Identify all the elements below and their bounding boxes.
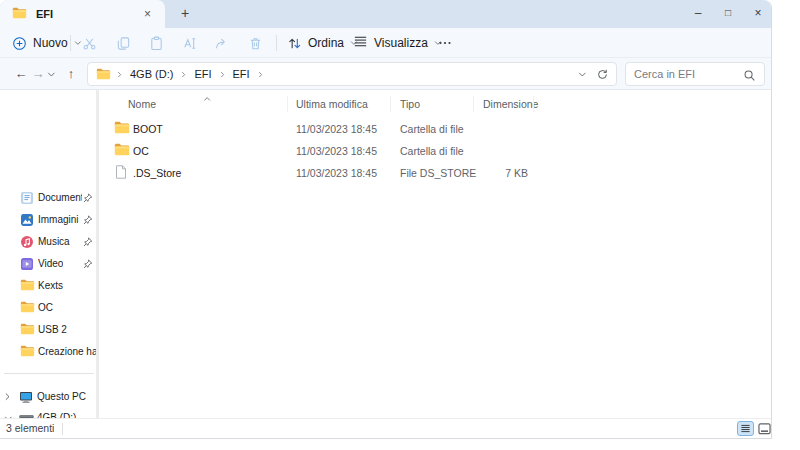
sidebar-item-drive-d[interactable]: 4GB (D:) bbox=[0, 408, 96, 418]
sidebar-item-label: USB 2 bbox=[38, 320, 67, 340]
view-button-label: Visualizza bbox=[374, 36, 428, 50]
search-icon bbox=[743, 68, 756, 86]
copy-button[interactable] bbox=[108, 28, 138, 58]
sort-ascending-icon bbox=[201, 95, 213, 103]
file-modified: 11/03/2023 18:45 bbox=[296, 140, 377, 162]
sidebar-item-creazione-hackintosh[interactable]: Creazione hacki bbox=[0, 342, 96, 362]
breadcrumb-chevron-icon bbox=[257, 70, 264, 79]
refresh-icon[interactable] bbox=[596, 68, 609, 81]
share-button[interactable] bbox=[206, 28, 236, 58]
folder-icon bbox=[20, 279, 35, 291]
sidebar-item-label: OC bbox=[38, 298, 53, 318]
more-options-button[interactable] bbox=[430, 28, 460, 58]
sidebar-item-label: Kexts bbox=[38, 276, 63, 296]
command-bar: Nuovo Ordina Visualizza bbox=[0, 28, 771, 58]
file-explorer-window: EFI × + – □ × Nuovo Ordin bbox=[0, 0, 772, 439]
breadcrumb-folder[interactable]: EFI bbox=[233, 68, 250, 80]
tab-efi[interactable]: EFI × bbox=[0, 0, 165, 28]
forward-button[interactable]: → bbox=[29, 62, 47, 86]
file-size: 7 KB bbox=[483, 162, 528, 184]
column-divider[interactable] bbox=[287, 96, 288, 112]
sidebar-item-video[interactable]: Video bbox=[0, 254, 96, 274]
folder-icon bbox=[20, 301, 35, 313]
share-icon bbox=[214, 36, 229, 51]
sidebar-item-oc[interactable]: OC bbox=[0, 298, 96, 318]
new-button-label: Nuovo bbox=[33, 36, 68, 50]
trash-icon bbox=[248, 36, 263, 51]
paste-button[interactable] bbox=[141, 28, 171, 58]
tab-title: EFI bbox=[36, 0, 53, 28]
rename-button[interactable] bbox=[174, 28, 204, 58]
details-view-toggle[interactable] bbox=[737, 421, 754, 436]
navigation-pane: Documenti Immagini Musica Video Kexts bbox=[0, 90, 105, 418]
column-divider[interactable] bbox=[533, 96, 534, 112]
column-divider[interactable] bbox=[473, 96, 474, 112]
recent-locations-button[interactable] bbox=[47, 70, 56, 79]
sidebar-item-label: Video bbox=[38, 254, 63, 274]
sidebar-item-musica[interactable]: Musica bbox=[0, 232, 96, 252]
cut-button[interactable] bbox=[74, 28, 104, 58]
sidebar-item-label: Musica bbox=[38, 232, 70, 252]
search-input[interactable] bbox=[634, 65, 739, 83]
file-modified: 11/03/2023 18:45 bbox=[296, 162, 377, 184]
screenshot-canvas: EFI × + – □ × Nuovo Ordin bbox=[0, 0, 800, 450]
delete-button[interactable] bbox=[240, 28, 270, 58]
breadcrumb-chevron-icon bbox=[116, 70, 123, 79]
sidebar-scrollbar[interactable] bbox=[96, 90, 99, 418]
video-icon bbox=[20, 257, 34, 271]
sidebar-item-immagini[interactable]: Immagini bbox=[0, 210, 96, 230]
address-dropdown-button[interactable] bbox=[578, 70, 587, 79]
column-header-size[interactable]: Dimensione bbox=[483, 92, 538, 116]
scissors-icon bbox=[82, 36, 97, 51]
address-bar-row: ← → ↑ 4GB (D:) EFI EFI bbox=[0, 58, 771, 90]
back-button[interactable]: ← bbox=[12, 62, 30, 86]
up-button[interactable]: ↑ bbox=[62, 62, 80, 86]
sidebar-divider bbox=[4, 373, 94, 374]
breadcrumb-folder[interactable]: EFI bbox=[194, 68, 211, 80]
column-header-type[interactable]: Tipo bbox=[400, 92, 420, 116]
large-icons-view-icon bbox=[758, 423, 771, 435]
sidebar-item-label: Documenti bbox=[38, 188, 82, 208]
copy-icon bbox=[116, 36, 131, 51]
documents-icon bbox=[20, 191, 34, 205]
file-row-ds-store[interactable]: .DS_Store 11/03/2023 18:45 File DS_STORE… bbox=[105, 162, 771, 184]
column-headers: Nome Ultima modifica Tipo Dimensione bbox=[105, 92, 771, 116]
column-header-modified[interactable]: Ultima modifica bbox=[296, 92, 368, 116]
clipboard-icon bbox=[149, 36, 164, 51]
tab-strip: EFI × + – □ × bbox=[0, 0, 771, 28]
status-bar: 3 elementi bbox=[0, 418, 771, 438]
sidebar-item-label: 4GB (D:) bbox=[37, 408, 76, 418]
address-bar[interactable]: 4GB (D:) EFI EFI bbox=[87, 62, 617, 86]
file-type: Cartella di file bbox=[400, 118, 464, 140]
sidebar-item-documenti[interactable]: Documenti bbox=[0, 188, 96, 208]
pin-icon bbox=[83, 193, 93, 203]
sidebar-item-kexts[interactable]: Kexts bbox=[0, 276, 96, 296]
sort-button-label: Ordina bbox=[308, 36, 344, 50]
maximize-button[interactable]: □ bbox=[717, 0, 739, 28]
items-count: 3 elementi bbox=[6, 419, 54, 438]
large-icons-view-toggle[interactable] bbox=[756, 421, 773, 436]
column-header-name[interactable]: Nome bbox=[128, 92, 156, 116]
column-divider[interactable] bbox=[390, 96, 391, 112]
folder-icon bbox=[20, 345, 35, 357]
pin-icon bbox=[83, 259, 93, 269]
file-name: BOOT bbox=[133, 118, 163, 140]
close-tab-icon[interactable]: × bbox=[140, 7, 155, 22]
pictures-icon bbox=[20, 213, 34, 227]
pin-icon bbox=[83, 237, 93, 247]
new-tab-button[interactable]: + bbox=[177, 6, 193, 22]
folder-icon bbox=[20, 323, 35, 335]
sidebar-item-questo-pc[interactable]: Questo PC bbox=[0, 387, 96, 407]
file-row-oc[interactable]: OC 11/03/2023 18:45 Cartella di file bbox=[105, 140, 771, 162]
sidebar-item-usb2[interactable]: USB 2 bbox=[0, 320, 96, 340]
breadcrumb-drive[interactable]: 4GB (D:) bbox=[130, 68, 173, 80]
file-row-boot[interactable]: BOOT 11/03/2023 18:45 Cartella di file bbox=[105, 118, 771, 140]
search-box[interactable] bbox=[625, 62, 765, 86]
minimize-button[interactable]: – bbox=[687, 0, 709, 28]
toolbar-separator bbox=[276, 35, 277, 51]
file-name: OC bbox=[133, 140, 149, 162]
close-window-button[interactable]: × bbox=[747, 0, 769, 28]
file-icon bbox=[115, 165, 127, 179]
chevron-right-icon[interactable] bbox=[3, 392, 12, 403]
folder-icon bbox=[96, 68, 111, 80]
